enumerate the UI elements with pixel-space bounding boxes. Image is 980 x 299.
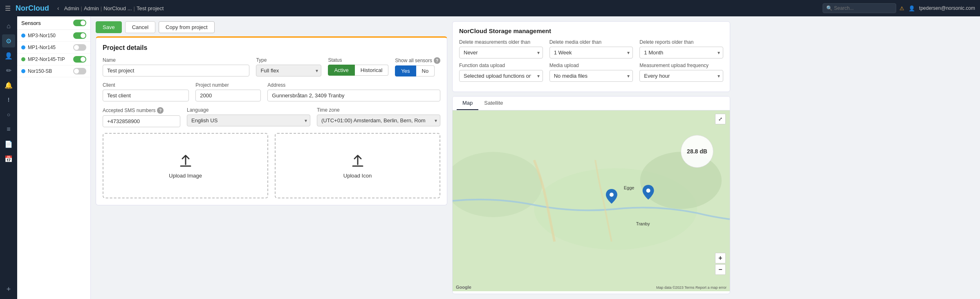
delete-measurements-select[interactable]: Never 1 Week 1 Month	[459, 47, 543, 58]
sidebar-calendar[interactable]: 📅	[2, 152, 15, 165]
delete-media-select[interactable]: 1 Week 1 Month Never	[549, 47, 633, 58]
sensors-toggle[interactable]	[73, 20, 86, 26]
copy-from-project-button[interactable]: Copy from project	[159, 21, 215, 33]
sidebar-add[interactable]: +	[2, 283, 15, 296]
measurement-freq-select[interactable]: Every hour Every 30 min Every 15 min Rea…	[639, 70, 723, 82]
sensor-toggle-mp3[interactable]	[73, 32, 86, 39]
sensor-toggle-mp2[interactable]	[73, 56, 86, 63]
form-row-1: Name Type Full flex Standard Custom	[103, 57, 440, 76]
form-group-address: Address	[267, 82, 440, 101]
sensor-item-mp2[interactable]: MP2-Nor145-TIP	[17, 54, 90, 65]
sms-help-icon[interactable]: ?	[157, 107, 164, 114]
main-layout: ⌂ ⚙ 👤 ✏ 🔔 ! ○ ≡ 📄 📅 + Sensors MP3-Nor150…	[0, 16, 980, 299]
form-group-status: Status Active Historical	[328, 57, 388, 76]
map-tabs: Map Satellite	[453, 97, 730, 110]
hamburger-icon[interactable]: ☰	[5, 4, 11, 12]
upload-icon-zone[interactable]: Upload Icon	[275, 133, 440, 198]
upload-image-icon	[177, 153, 194, 169]
sensor-name-mp3: MP3-Nor150	[28, 33, 71, 38]
client-input[interactable]	[103, 90, 189, 101]
map-zoom-controls: + −	[715, 253, 726, 275]
delete-reports-select[interactable]: 1 Month 1 Week Never	[639, 47, 723, 58]
sidebar-globe[interactable]: ○	[2, 108, 15, 121]
show-sensors-help-icon[interactable]: ?	[434, 57, 440, 64]
sensor-item-nor150[interactable]: Nor150-SB	[17, 65, 90, 77]
db-badge: 28.8 dB	[681, 135, 713, 168]
media-upload-select-wrap: No media files All media Images only	[549, 70, 633, 82]
delete-reports-label: Delete reports older than	[639, 39, 723, 45]
address-input[interactable]	[267, 90, 440, 101]
sidebar-edit[interactable]: ✏	[2, 64, 15, 77]
sms-label-row: Accepted SMS numbers ?	[103, 107, 180, 114]
delete-reports-select-wrap: 1 Month 1 Week Never	[639, 47, 723, 58]
language-label: Language	[187, 107, 310, 113]
upload-image-zone[interactable]: Upload Image	[103, 133, 268, 198]
tab-map[interactable]: Map	[457, 97, 478, 110]
sensor-color-nor150	[21, 69, 25, 73]
status-active-button[interactable]: Active	[328, 65, 354, 76]
type-label: Type	[256, 57, 321, 63]
yes-button[interactable]: Yes	[395, 65, 416, 76]
map-fullscreen-button[interactable]: ⤢	[715, 114, 726, 124]
status-buttons: Active Historical	[328, 65, 388, 76]
sensor-name-mp1: MP1-Nor145	[28, 45, 71, 50]
breadcrumb: Admin | Admin | NorCloud ... | Test proj…	[64, 5, 164, 11]
function-upload-select[interactable]: Selected upload functions only All funct…	[459, 70, 543, 82]
sidebar-home[interactable]: ⌂	[2, 20, 15, 33]
sensors-label: Sensors	[21, 20, 41, 26]
media-upload-label: Media upload	[549, 63, 633, 68]
user-nav-icon[interactable]: 👤	[908, 5, 915, 11]
project-number-label: Project number	[195, 82, 261, 88]
top-nav: ☰ NorCloud ‹ Admin | Admin | NorCloud ..…	[0, 0, 980, 16]
breadcrumb-admin2[interactable]: Admin	[84, 5, 99, 11]
sensor-color-mp2	[21, 57, 25, 61]
alert-icon[interactable]: ⚠	[899, 5, 904, 11]
delete-media-group: Delete media older than 1 Week 1 Month N…	[549, 39, 633, 58]
sms-input[interactable]	[103, 115, 180, 127]
search-box: 🔍	[823, 3, 896, 13]
toolbar: Save Cancel Copy from project	[96, 21, 447, 33]
sensor-toggle-nor150[interactable]	[73, 68, 86, 74]
svg-text:Egge: Egge	[624, 185, 635, 190]
zoom-out-button[interactable]: −	[715, 264, 726, 275]
form-panel: Save Cancel Copy from project Project de…	[96, 21, 447, 294]
form-group-project-number: Project number	[195, 82, 261, 101]
zoom-in-button[interactable]: +	[715, 253, 726, 263]
breadcrumb-project[interactable]: Test project	[137, 5, 164, 11]
status-historical-button[interactable]: Historical	[355, 65, 388, 76]
no-button[interactable]: No	[416, 65, 435, 76]
breadcrumb-norcloud[interactable]: NorCloud ...	[103, 5, 132, 11]
sidebar-doc[interactable]: 📄	[2, 137, 15, 151]
upload-row: Upload Image Upload Icon	[103, 133, 440, 198]
nav-back-icon[interactable]: ‹	[56, 4, 61, 12]
sidebar-user[interactable]: 👤	[2, 49, 15, 62]
type-select[interactable]: Full flex Standard Custom	[256, 65, 321, 76]
storage-row-1: Delete measurements older than Never 1 W…	[459, 39, 723, 58]
sidebar-list[interactable]: ≡	[2, 123, 15, 136]
save-button[interactable]: Save	[96, 21, 122, 33]
form-group-type: Type Full flex Standard Custom	[256, 57, 321, 76]
language-select[interactable]: English US Norwegian German	[187, 115, 310, 126]
svg-text:Tranby: Tranby	[636, 221, 650, 226]
cancel-button[interactable]: Cancel	[125, 21, 155, 33]
search-input[interactable]	[834, 5, 891, 11]
function-upload-select-wrap: Selected upload functions only All funct…	[459, 70, 543, 82]
delete-measurements-group: Delete measurements older than Never 1 W…	[459, 39, 543, 58]
search-area: 🔍 ⚠ 👤 tpedersen@norsonic.com	[823, 3, 975, 13]
name-input[interactable]	[103, 65, 249, 76]
breadcrumb-admin1[interactable]: Admin	[64, 5, 79, 11]
media-upload-select[interactable]: No media files All media Images only	[549, 70, 633, 82]
sidebar-alert[interactable]: !	[2, 93, 15, 106]
app-logo: NorCloud	[16, 4, 49, 13]
project-number-input[interactable]	[195, 90, 261, 101]
sidebar-bell[interactable]: 🔔	[2, 79, 15, 92]
sensor-item-mp3[interactable]: MP3-Nor150	[17, 30, 90, 42]
sensor-item-mp1[interactable]: MP1-Nor145	[17, 42, 90, 54]
tab-satellite[interactable]: Satellite	[478, 97, 509, 110]
sidebar-settings[interactable]: ⚙	[2, 34, 15, 47]
search-icon: 🔍	[826, 5, 832, 11]
nav-icons: ⚠ 👤 tpedersen@norsonic.com	[899, 5, 975, 11]
sensor-toggle-mp1[interactable]	[73, 44, 86, 51]
timezone-select[interactable]: (UTC+01:00) Amsterdam, Berlin, Bern, Rom…	[317, 115, 440, 126]
sensor-name-nor150: Nor150-SB	[28, 68, 71, 74]
